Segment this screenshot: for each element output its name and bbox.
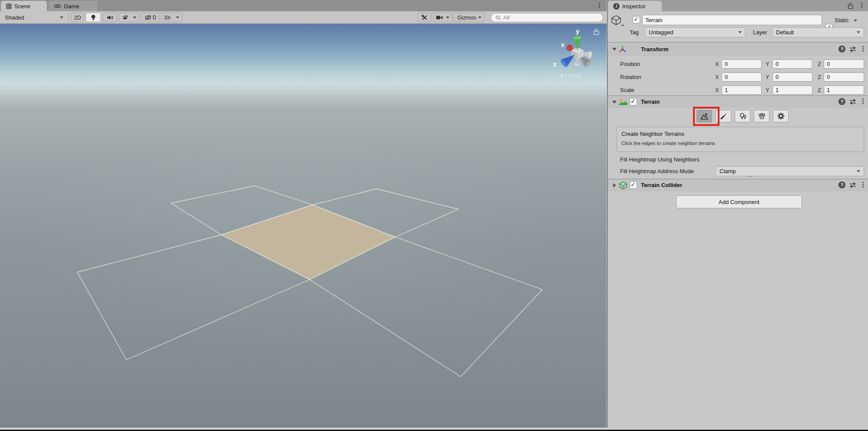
eye-hidden-icon <box>145 15 152 20</box>
inspector-lock-icon[interactable] <box>848 2 854 9</box>
static-dropdown-caret-icon[interactable] <box>854 20 857 22</box>
gizmo-axis-y-cone[interactable] <box>574 36 581 51</box>
position-x-field[interactable]: 0 <box>722 59 762 69</box>
presets-icon[interactable] <box>849 182 857 188</box>
terrain-collider-header[interactable]: Terrain Collider ? <box>608 179 868 191</box>
presets-icon[interactable] <box>849 99 857 105</box>
add-component-button[interactable]: Add Component <box>676 195 802 208</box>
terrain-foldout-icon[interactable] <box>612 101 617 104</box>
kebab-icon[interactable] <box>862 99 864 104</box>
paintbrush-icon <box>720 113 727 120</box>
gameobject-active-checkbox[interactable] <box>633 16 640 23</box>
axis-y-label: Y <box>766 74 769 80</box>
gizmo-x-label: x <box>561 41 564 48</box>
info-icon: i <box>613 3 620 10</box>
kebab-icon[interactable] <box>862 182 864 188</box>
grid-visibility-dropdown[interactable] <box>161 13 182 22</box>
scale-z-field[interactable]: 1 <box>824 86 864 95</box>
axis-x-label: X <box>715 87 719 93</box>
scene-search-input[interactable]: All <box>491 13 603 22</box>
help-icon[interactable]: ? <box>838 46 845 53</box>
tag-label: Tag <box>630 29 639 36</box>
transform-foldout-icon[interactable] <box>612 48 617 51</box>
projection-toggle[interactable]: Persp <box>559 72 582 79</box>
scene-camera-dropdown[interactable] <box>433 13 452 22</box>
terrain-tile-selected[interactable] <box>221 205 395 280</box>
address-mode-dropdown[interactable]: Clamp <box>716 166 864 176</box>
game-gamepad-icon <box>54 4 61 9</box>
gizmo-z-label: z <box>553 61 556 68</box>
rotation-z-value: 0 <box>827 74 830 80</box>
scene-effects-dropdown[interactable] <box>119 13 139 22</box>
scene-panel-menu-kebab-icon[interactable] <box>598 3 600 8</box>
tool-paint-trees-button[interactable] <box>735 110 750 122</box>
transform-header[interactable]: Transform ? <box>608 42 868 56</box>
gizmo-axis-x-ball[interactable] <box>567 45 573 51</box>
chevron-down-icon <box>857 31 860 33</box>
terrain-collider-enabled-checkbox[interactable] <box>630 181 637 189</box>
gameobject-name-value: Terrain <box>645 17 663 23</box>
tool-paint-details-button[interactable] <box>754 110 769 122</box>
tab-inspector-label: Inspector <box>622 3 645 10</box>
chevron-down-icon <box>857 170 860 172</box>
terrain-collider-icon <box>619 181 627 190</box>
scene-viewport[interactable]: y x z Persp <box>0 24 607 428</box>
layer-dropdown[interactable]: Default <box>772 27 864 37</box>
viewport-lock-icon[interactable] <box>593 28 600 35</box>
kebab-icon[interactable] <box>862 46 864 52</box>
inspector-panel: i Inspector Terrain Static Tag Unta <box>607 0 868 431</box>
rotation-z-field[interactable]: 0 <box>824 72 864 82</box>
scene-lighting-button[interactable] <box>86 13 101 22</box>
inspector-tabstrip: i Inspector <box>608 0 868 11</box>
tool-create-neighbor-terrains-button[interactable] <box>696 110 712 122</box>
terrain-header[interactable]: Terrain ? <box>608 95 868 108</box>
help-icon[interactable]: ? <box>838 181 845 188</box>
tab-scene[interactable]: Scene <box>1 1 47 11</box>
toggle-2d-button[interactable]: 2D <box>71 13 84 22</box>
position-x-value: 0 <box>725 61 728 67</box>
terrain-collider-foldout-icon[interactable] <box>613 183 616 188</box>
rotation-x-field[interactable]: 0 <box>722 72 762 82</box>
gameobject-name-field[interactable]: Terrain <box>642 15 822 25</box>
gizmos-dropdown[interactable]: Gizmos <box>453 13 485 22</box>
tool-paint-terrain-button[interactable] <box>716 110 731 122</box>
axis-z-label: Z <box>818 74 821 80</box>
scale-label: Scale <box>620 87 634 93</box>
axis-x-label: X <box>715 74 719 80</box>
terrain-component-icon <box>618 98 628 106</box>
tool-terrain-settings-button[interactable] <box>773 110 789 122</box>
layer-value: Default <box>776 29 794 36</box>
scene-tools-button[interactable] <box>418 13 431 22</box>
persp-label: Persp <box>565 72 582 79</box>
rotation-label: Rotation <box>620 74 641 80</box>
scale-y-field[interactable]: 1 <box>772 86 812 95</box>
rotation-y-field[interactable]: 0 <box>772 72 812 82</box>
address-mode-label: Fill Heightmap Address Mode <box>620 168 694 174</box>
grid-axis-icon <box>164 15 171 20</box>
terrain-title: Terrain <box>641 99 660 105</box>
gizmo-y-label: y <box>576 27 580 35</box>
position-y-field[interactable]: 0 <box>772 59 812 69</box>
axis-y-label: Y <box>766 61 769 67</box>
tab-game[interactable]: Game <box>49 1 97 11</box>
axis-x-label: X <box>715 61 719 67</box>
gizmos-label: Gizmos <box>457 14 476 21</box>
scene-audio-button[interactable] <box>102 13 117 22</box>
help-icon[interactable]: ? <box>838 98 845 105</box>
presets-icon[interactable] <box>849 46 857 53</box>
axis-z-label: Z <box>818 61 821 67</box>
scene-visibility-button[interactable]: 0 <box>141 13 159 22</box>
search-icon <box>495 15 501 20</box>
terrain-enabled-checkbox[interactable] <box>630 98 637 105</box>
inspector-menu-kebab-icon[interactable] <box>861 3 862 8</box>
transform-title: Transform <box>641 46 669 53</box>
tag-dropdown[interactable]: Untagged <box>645 27 746 37</box>
tab-game-label: Game <box>64 3 79 10</box>
scale-x-field[interactable]: 1 <box>722 86 762 95</box>
position-z-field[interactable]: 0 <box>824 59 864 69</box>
tab-inspector[interactable]: i Inspector <box>608 1 662 11</box>
scale-x-value: 1 <box>725 87 728 93</box>
gameobject-cube-icon[interactable] <box>611 14 624 28</box>
draw-mode-dropdown[interactable]: Shaded <box>1 13 67 22</box>
tools-wrench-icon <box>421 14 428 20</box>
